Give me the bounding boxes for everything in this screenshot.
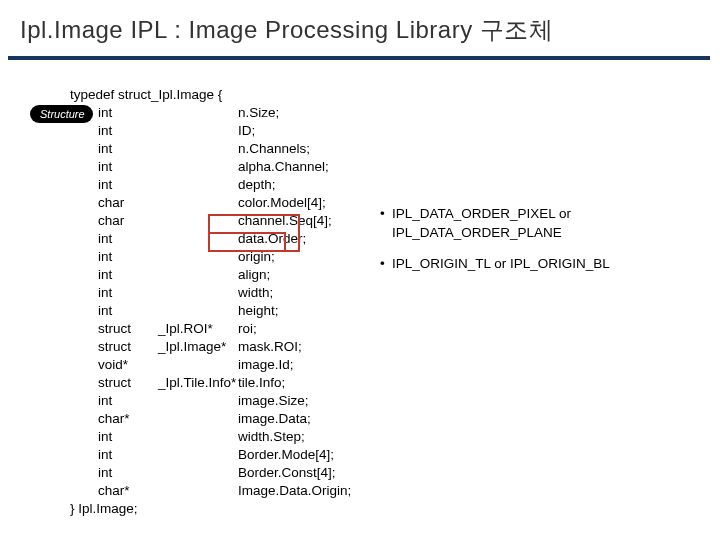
- field-name: color.Model[4];: [238, 194, 326, 212]
- field-mid: [158, 392, 238, 410]
- field-row: int depth;: [70, 176, 351, 194]
- callout-origin: • IPL_ORIGIN_TL or IPL_ORIGIN_BL: [380, 254, 610, 273]
- field-mid: [158, 464, 238, 482]
- callout-text: IPL_DATA_ORDER_PIXEL or: [392, 204, 571, 223]
- page-title: Ipl.Image IPL : Image Processing Library…: [0, 0, 720, 56]
- field-type: void*: [98, 356, 158, 374]
- field-row: struct _Ipl.ROI* roi;: [70, 320, 351, 338]
- callout-dataorder-line2: IPL_DATA_ORDER_PLANE: [380, 223, 610, 242]
- field-name: align;: [238, 266, 270, 284]
- field-row: int alpha.Channel;: [70, 158, 351, 176]
- field-row: int Border.Mode[4];: [70, 446, 351, 464]
- field-name: tile.Info;: [238, 374, 285, 392]
- field-row: int n.Channels;: [70, 140, 351, 158]
- field-mid: [158, 176, 238, 194]
- field-mid: [158, 428, 238, 446]
- field-row: int width.Step;: [70, 428, 351, 446]
- field-type: int: [98, 392, 158, 410]
- field-mid: _Ipl.ROI*: [158, 320, 238, 338]
- field-type: int: [98, 464, 158, 482]
- field-mid: _Ipl.Image*: [158, 338, 238, 356]
- field-type: struct: [98, 374, 158, 392]
- field-mid: [158, 482, 238, 500]
- highlight-box-origin: [208, 232, 286, 252]
- field-name: Image.Data.Origin;: [238, 482, 351, 500]
- field-row: struct _Ipl.Image* mask.ROI;: [70, 338, 351, 356]
- field-row: int ID;: [70, 122, 351, 140]
- bullet-spacer: [380, 223, 392, 242]
- field-name: width;: [238, 284, 273, 302]
- field-name: Border.Mode[4];: [238, 446, 334, 464]
- field-type: int: [98, 266, 158, 284]
- field-mid: [158, 158, 238, 176]
- field-type: char: [98, 212, 158, 230]
- code-close: } Ipl.Image;: [70, 500, 351, 518]
- field-name: image.Size;: [238, 392, 309, 410]
- field-name: ID;: [238, 122, 255, 140]
- field-name: Border.Const[4];: [238, 464, 336, 482]
- field-type: int: [98, 158, 158, 176]
- field-type: int: [98, 104, 158, 122]
- field-name: image.Id;: [238, 356, 294, 374]
- field-mid: [158, 122, 238, 140]
- field-mid: [158, 104, 238, 122]
- field-row: char color.Model[4];: [70, 194, 351, 212]
- code-open: typedef struct_Ipl.Image {: [70, 86, 351, 104]
- field-row: int Border.Const[4];: [70, 464, 351, 482]
- structure-badge: Structure: [30, 105, 93, 123]
- field-mid: [158, 356, 238, 374]
- field-type: int: [98, 122, 158, 140]
- field-mid: [158, 302, 238, 320]
- bullet-icon: •: [380, 204, 392, 223]
- field-name: image.Data;: [238, 410, 311, 428]
- field-type: char: [98, 194, 158, 212]
- field-mid: [158, 284, 238, 302]
- field-type: int: [98, 446, 158, 464]
- field-name: depth;: [238, 176, 276, 194]
- field-mid: [158, 410, 238, 428]
- callout-text: IPL_DATA_ORDER_PLANE: [392, 223, 562, 242]
- struct-code-block: typedef struct_Ipl.Image { int n.Size; i…: [70, 86, 351, 518]
- callout-list: • IPL_DATA_ORDER_PIXEL or IPL_DATA_ORDER…: [380, 204, 610, 273]
- field-name: height;: [238, 302, 279, 320]
- field-type: int: [98, 284, 158, 302]
- field-row: int align;: [70, 266, 351, 284]
- field-row: int n.Size;: [70, 104, 351, 122]
- field-type: char*: [98, 482, 158, 500]
- bullet-icon: •: [380, 254, 392, 273]
- field-type: int: [98, 140, 158, 158]
- field-row: int height;: [70, 302, 351, 320]
- field-mid: [158, 140, 238, 158]
- field-mid: [158, 266, 238, 284]
- field-type: char*: [98, 410, 158, 428]
- field-name: alpha.Channel;: [238, 158, 329, 176]
- field-type: struct: [98, 338, 158, 356]
- field-mid: [158, 194, 238, 212]
- field-row: int width;: [70, 284, 351, 302]
- field-type: int: [98, 230, 158, 248]
- field-type: int: [98, 248, 158, 266]
- field-type: struct: [98, 320, 158, 338]
- field-name: n.Channels;: [238, 140, 310, 158]
- field-type: int: [98, 428, 158, 446]
- field-mid: _Ipl.Tile.Info*: [158, 374, 238, 392]
- callout-dataorder: • IPL_DATA_ORDER_PIXEL or: [380, 204, 610, 223]
- field-row: void* image.Id;: [70, 356, 351, 374]
- field-type: int: [98, 176, 158, 194]
- field-name: mask.ROI;: [238, 338, 302, 356]
- field-row: struct _Ipl.Tile.Info* tile.Info;: [70, 374, 351, 392]
- field-name: width.Step;: [238, 428, 305, 446]
- field-row: char* image.Data;: [70, 410, 351, 428]
- title-rule: [8, 56, 710, 60]
- field-name: n.Size;: [238, 104, 279, 122]
- field-type: int: [98, 302, 158, 320]
- field-mid: [158, 446, 238, 464]
- field-row: int image.Size;: [70, 392, 351, 410]
- callout-text: IPL_ORIGIN_TL or IPL_ORIGIN_BL: [392, 254, 610, 273]
- field-row: char* Image.Data.Origin;: [70, 482, 351, 500]
- field-name: roi;: [238, 320, 257, 338]
